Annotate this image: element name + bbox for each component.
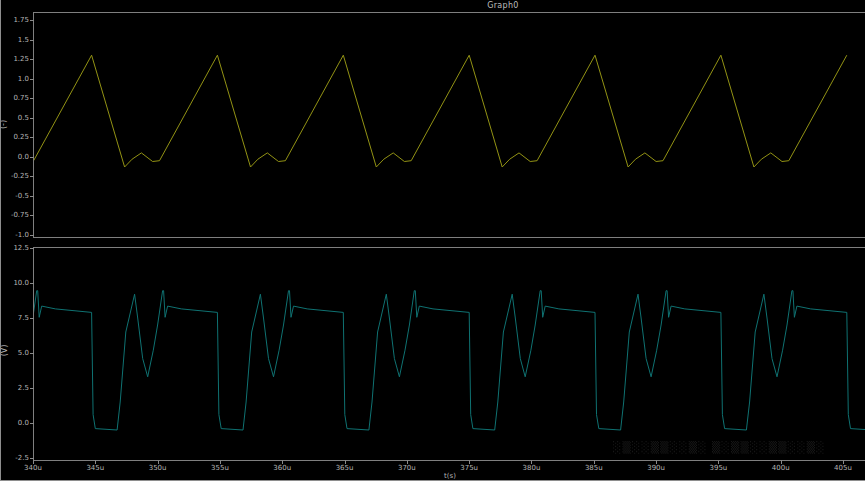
bottom-waveform-trace[interactable] — [1, 291, 865, 430]
watermark: ░▒░░▒▒░░▒░ ▒░▒▒░░▒▒░░▒░ — [613, 441, 863, 454]
waveform-canvas[interactable] — [1, 0, 865, 481]
top-waveform-trace[interactable] — [1, 55, 847, 167]
graph-window: Graph0 (-) (V) 1.751.51.251.00.750.50.25… — [0, 0, 865, 481]
